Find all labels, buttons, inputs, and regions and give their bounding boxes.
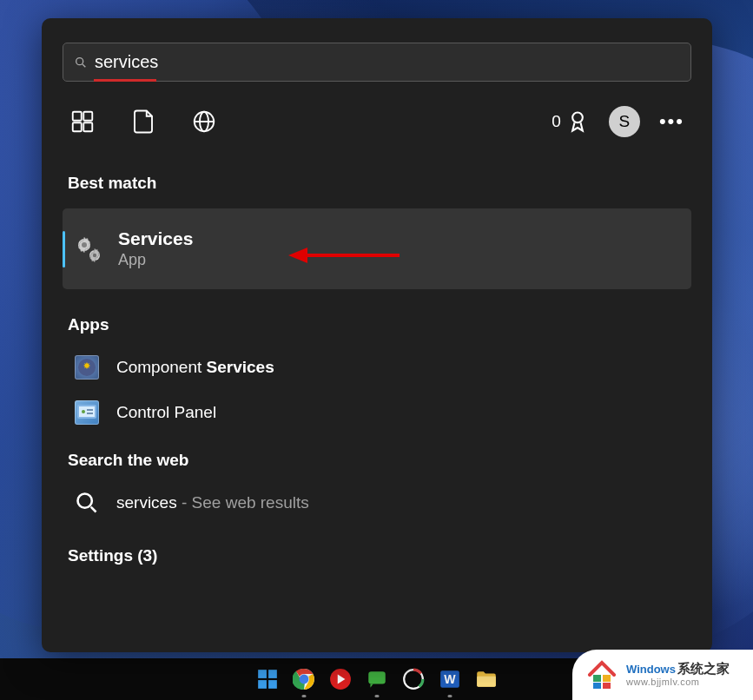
section-apps: Apps: [68, 315, 691, 334]
svg-point-0: [76, 57, 83, 64]
rewards-icon: [565, 109, 590, 134]
section-search-web: Search the web: [68, 451, 691, 470]
watermark: Windows 系统之家 www.bjjmlv.com: [572, 650, 753, 700]
start-search-panel: 0 S ••• Best match Services App: [42, 18, 712, 652]
best-match-title: Services: [118, 228, 193, 249]
selection-indicator: [63, 231, 65, 267]
user-avatar[interactable]: S: [609, 106, 640, 137]
svg-rect-5: [83, 122, 92, 131]
search-input[interactable]: [95, 52, 680, 72]
search-icon: [74, 56, 88, 69]
filter-row: 0 S •••: [63, 106, 691, 137]
apps-filter-icon[interactable]: [69, 109, 96, 135]
svg-line-1: [83, 64, 85, 67]
rewards-badge[interactable]: 0: [552, 109, 590, 134]
svg-rect-4: [73, 122, 82, 131]
spellcheck-underline: [94, 79, 156, 82]
svg-point-11: [82, 242, 87, 248]
app-result-control-panel[interactable]: Control Panel: [75, 400, 691, 425]
svg-rect-37: [477, 677, 496, 687]
svg-rect-21: [87, 413, 93, 414]
services-app-icon: [73, 234, 104, 265]
watermark-brand-win: Windows: [626, 663, 676, 677]
svg-line-23: [91, 507, 96, 512]
svg-marker-15: [288, 248, 307, 263]
search-box[interactable]: [63, 43, 691, 82]
search-icon: [75, 491, 99, 515]
file-explorer-icon[interactable]: [475, 668, 498, 690]
result-label: Component Services: [116, 358, 274, 377]
snip-icon[interactable]: [402, 668, 425, 690]
result-label: Control Panel: [116, 403, 216, 422]
youtube-music-icon[interactable]: [329, 668, 352, 690]
svg-text:W: W: [444, 672, 456, 686]
more-options-button[interactable]: •••: [659, 110, 684, 133]
chrome-icon[interactable]: [293, 668, 315, 690]
section-settings[interactable]: Settings (3): [68, 546, 691, 565]
svg-rect-27: [268, 680, 277, 689]
web-result[interactable]: services - See web results: [75, 491, 691, 515]
section-best-match: Best match: [68, 174, 691, 193]
web-filter-icon[interactable]: [191, 109, 217, 135]
chat-icon[interactable]: [366, 668, 388, 690]
control-panel-icon: [75, 400, 99, 425]
word-icon[interactable]: W: [439, 668, 461, 690]
svg-rect-26: [258, 680, 267, 689]
svg-point-13: [93, 253, 96, 256]
svg-rect-39: [603, 675, 611, 682]
avatar-initial: S: [619, 112, 631, 131]
svg-rect-33: [368, 671, 386, 683]
svg-point-19: [82, 410, 85, 413]
svg-rect-24: [258, 670, 267, 678]
rewards-count: 0: [552, 112, 561, 131]
app-result-component-services[interactable]: Component Services: [75, 355, 691, 380]
svg-point-22: [78, 494, 92, 508]
documents-filter-icon[interactable]: [130, 109, 156, 135]
annotation-arrow: [288, 245, 401, 266]
svg-rect-40: [593, 683, 601, 689]
best-match-result[interactable]: Services App: [63, 208, 691, 289]
svg-rect-18: [79, 406, 95, 417]
start-button[interactable]: [256, 668, 279, 690]
watermark-url: www.bjjmlv.com: [626, 677, 730, 688]
watermark-brand-sys: 系统之家: [677, 661, 730, 677]
result-label: services - See web results: [116, 493, 309, 512]
svg-rect-2: [73, 112, 82, 121]
svg-point-9: [572, 113, 583, 123]
svg-rect-3: [83, 112, 92, 121]
svg-rect-20: [87, 409, 93, 411]
svg-rect-38: [593, 675, 601, 682]
watermark-logo: [585, 657, 619, 692]
svg-rect-25: [268, 670, 277, 678]
svg-rect-41: [603, 683, 611, 689]
best-match-subtitle: App: [118, 251, 193, 269]
component-services-icon: [75, 355, 99, 380]
